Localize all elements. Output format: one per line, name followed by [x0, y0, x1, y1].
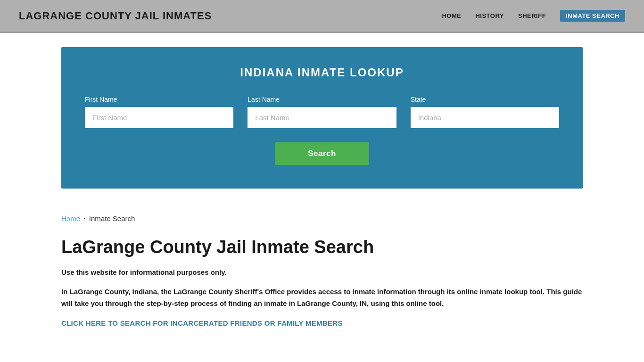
search-button[interactable]: Search [275, 142, 369, 165]
first-name-label: First Name [85, 96, 233, 103]
state-group: State [411, 96, 559, 128]
breadcrumb-current: Inmate Search [89, 214, 135, 222]
nav-home[interactable]: HOME [442, 12, 461, 19]
site-title: LAGRANGE COUNTY JAIL INMATES [19, 10, 212, 22]
search-button-row: Search [85, 142, 559, 165]
breadcrumb-separator: • [84, 216, 85, 221]
nav-sheriff[interactable]: SHERIFF [518, 12, 546, 19]
cta-link[interactable]: CLICK HERE to Search for Incarcerated Fr… [61, 319, 343, 327]
breadcrumb: Home • Inmate Search [0, 203, 644, 227]
last-name-group: Last Name [248, 96, 396, 128]
lookup-title: INDIANA INMATE LOOKUP [85, 66, 559, 79]
breadcrumb-home-link[interactable]: Home [61, 214, 80, 222]
content-section: LaGrange County Jail Inmate Search Use t… [0, 227, 644, 346]
description-bold: Use this website for informational purpo… [61, 267, 583, 278]
first-name-group: First Name [85, 96, 233, 128]
description-para: In LaGrange County, Indiana, the LaGrang… [61, 286, 583, 310]
state-label: State [411, 96, 559, 103]
nav-inmate-search[interactable]: INMATE SEARCH [560, 10, 625, 22]
main-nav: HOME HISTORY SHERIFF INMATE SEARCH [442, 10, 625, 22]
first-name-input[interactable] [85, 107, 233, 128]
last-name-input[interactable] [248, 107, 396, 128]
last-name-label: Last Name [248, 96, 396, 103]
page-heading: LaGrange County Jail Inmate Search [61, 237, 583, 258]
site-header: LAGRANGE COUNTY JAIL INMATES HOME HISTOR… [0, 0, 644, 33]
nav-history[interactable]: HISTORY [475, 12, 504, 19]
state-input[interactable] [411, 107, 559, 128]
form-row: First Name Last Name State [85, 96, 559, 128]
inmate-lookup-section: INDIANA INMATE LOOKUP First Name Last Na… [61, 47, 583, 189]
